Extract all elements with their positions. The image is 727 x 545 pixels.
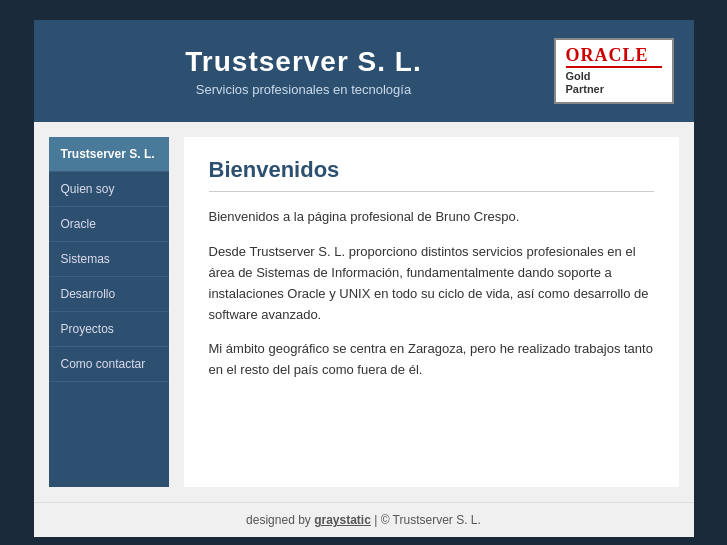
sidebar-item-contactar[interactable]: Como contactar [49,347,169,382]
site-title: Trustserver S. L. [185,46,421,78]
footer-text-before: designed by [246,513,314,527]
site-subtitle: Servicios profesionales en tecnología [196,82,411,97]
sidebar-item-oracle[interactable]: Oracle [49,207,169,242]
content-paragraph-2: Desde Trustserver S. L. proporciono dist… [209,242,654,325]
footer-text-after: | © Trustserver S. L. [371,513,481,527]
oracle-logo: ORACLE [566,46,649,64]
content-title: Bienvenidos [209,157,654,183]
sidebar: Trustserver S. L. Quien soy Oracle Siste… [49,137,169,487]
footer: designed by graystatic | © Trustserver S… [34,502,694,537]
content-divider [209,191,654,192]
header: Trustserver S. L. Servicios profesionale… [34,20,694,122]
sidebar-item-quien-soy[interactable]: Quien soy [49,172,169,207]
sidebar-item-sistemas[interactable]: Sistemas [49,242,169,277]
content-paragraph-1: Bienvenidos a la página profesional de B… [209,207,654,228]
page-wrapper: Trustserver S. L. Servicios profesionale… [34,20,694,537]
oracle-underline [566,66,662,68]
content-area: Bienvenidos Bienvenidos a la página prof… [184,137,679,487]
sidebar-item-proyectos[interactable]: Proyectos [49,312,169,347]
sidebar-item-trustserver[interactable]: Trustserver S. L. [49,137,169,172]
footer-link[interactable]: graystatic [314,513,371,527]
main-area: Trustserver S. L. Quien soy Oracle Siste… [34,122,694,502]
oracle-partner-text: GoldPartner [566,70,605,96]
header-text: Trustserver S. L. Servicios profesionale… [54,46,554,97]
sidebar-item-desarrollo[interactable]: Desarrollo [49,277,169,312]
oracle-badge: ORACLE GoldPartner [554,38,674,104]
content-paragraph-3: Mi ámbito geográfico se centra en Zarago… [209,339,654,381]
